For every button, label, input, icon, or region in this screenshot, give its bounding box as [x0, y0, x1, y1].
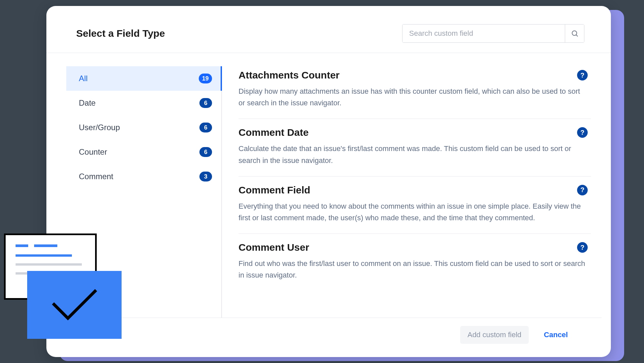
add-custom-field-button[interactable]: Add custom field — [460, 326, 529, 344]
field-title: Attachments Counter — [239, 70, 340, 81]
field-description: Calculate the date that an issue's first… — [239, 143, 588, 166]
help-icon[interactable]: ? — [577, 242, 588, 253]
field-item-comment-date[interactable]: Comment Date ? Calculate the date that a… — [239, 119, 591, 176]
modal-title: Select a Field Type — [76, 28, 165, 39]
field-list: Attachments Counter ? Display how many a… — [222, 66, 591, 318]
field-item-comment-user[interactable]: Comment User ? Find out who was the firs… — [239, 234, 591, 291]
sidebar-item-label: Date — [79, 98, 96, 108]
field-title: Comment User — [239, 242, 309, 253]
modal-header: Select a Field Type — [46, 6, 611, 53]
search-field-wrap — [402, 24, 584, 43]
field-description: Everything that you need to know about t… — [239, 200, 588, 224]
field-item-comment-field[interactable]: Comment Field ? Everything that you need… — [239, 177, 591, 234]
sidebar-item-all[interactable]: All 19 — [66, 66, 221, 91]
help-icon[interactable]: ? — [577, 127, 588, 138]
help-icon[interactable]: ? — [577, 70, 588, 80]
sidebar-item-count: 6 — [199, 123, 212, 132]
sidebar-item-counter[interactable]: Counter 6 — [66, 140, 221, 164]
sidebar-item-count: 6 — [199, 98, 212, 108]
sidebar-item-label: User/Group — [79, 123, 120, 132]
sidebar-item-comment[interactable]: Comment 3 — [66, 164, 221, 189]
field-type-modal: Select a Field Type All 19 Date 6 User/G… — [46, 6, 611, 357]
field-description: Display how many attachments an issue ha… — [239, 85, 588, 109]
modal-body: All 19 Date 6 User/Group 6 Counter 6 Com… — [46, 53, 611, 318]
sidebar-item-count: 6 — [199, 147, 212, 157]
search-input[interactable] — [402, 25, 565, 42]
field-header: Comment Field ? — [239, 184, 588, 196]
sidebar-item-count: 3 — [199, 172, 212, 182]
field-header: Comment User ? — [239, 242, 588, 253]
search-button[interactable] — [565, 25, 584, 42]
sidebar-item-label: Comment — [79, 172, 113, 181]
sidebar-item-count: 19 — [199, 74, 212, 83]
svg-line-1 — [576, 35, 578, 37]
checkmark-illustration-icon — [27, 271, 122, 339]
field-description: Find out who was the first/last user to … — [239, 258, 588, 281]
sidebar-item-label: All — [79, 74, 88, 83]
svg-point-0 — [572, 31, 577, 35]
field-title: Comment Field — [239, 184, 310, 196]
modal-footer: Add custom field Cancel — [56, 318, 602, 357]
field-title: Comment Date — [239, 127, 309, 138]
help-icon[interactable]: ? — [577, 185, 588, 195]
sidebar-item-date[interactable]: Date 6 — [66, 91, 221, 115]
search-icon — [571, 29, 579, 37]
field-item-attachments-counter[interactable]: Attachments Counter ? Display how many a… — [239, 66, 591, 119]
field-header: Attachments Counter ? — [239, 70, 588, 81]
sidebar-item-user-group[interactable]: User/Group 6 — [66, 115, 221, 140]
field-header: Comment Date ? — [239, 127, 588, 138]
cancel-button[interactable]: Cancel — [537, 326, 575, 344]
sidebar-item-label: Counter — [79, 147, 107, 157]
